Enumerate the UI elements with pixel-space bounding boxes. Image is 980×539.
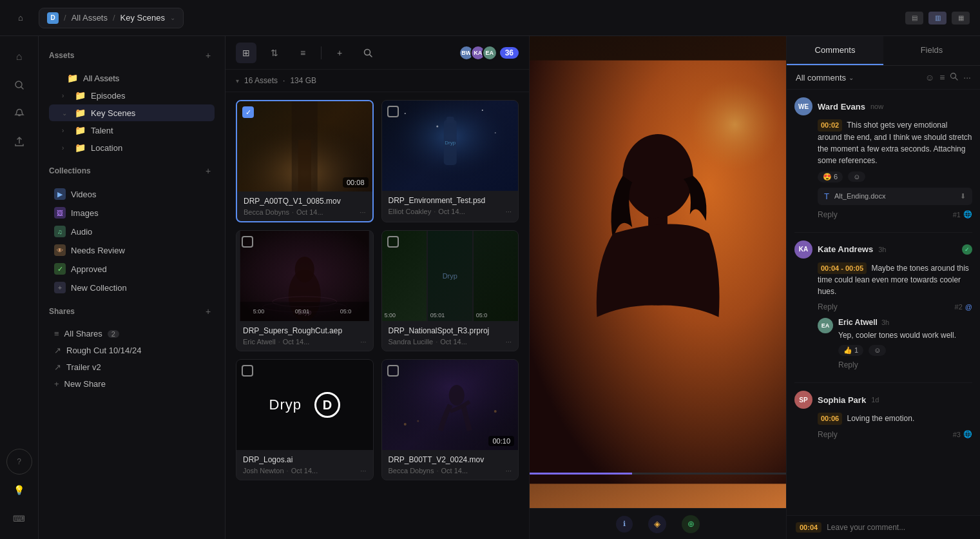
layout-btn-3[interactable]: ▦ xyxy=(952,12,970,24)
collection-needs-review[interactable]: 👁 Needs Review xyxy=(49,241,215,259)
new-share-btn[interactable]: + New Share xyxy=(49,376,215,392)
asset-checkbox[interactable] xyxy=(387,365,399,377)
tab-comments[interactable]: Comments xyxy=(787,36,883,65)
comments-filter-label: All comments xyxy=(796,73,846,83)
tree-item-episodes[interactable]: › 📁 Episodes xyxy=(49,87,215,104)
comment-timestamp-range[interactable]: 00:04 - 00:05 xyxy=(818,262,867,275)
tree-item-all-assets[interactable]: 📁 All Assets xyxy=(49,70,215,86)
sidebar-bulb-btn[interactable]: 💡 xyxy=(6,477,32,503)
comment-author: Kate Andrews xyxy=(818,244,873,254)
layout-btn-2[interactable]: ▥ xyxy=(928,12,946,24)
more-action-btn[interactable]: ··· xyxy=(963,72,971,83)
layout-btn-1[interactable]: ▤ xyxy=(905,12,923,24)
asset-checkbox[interactable] xyxy=(242,365,253,377)
asset-more-btn[interactable]: ··· xyxy=(506,467,512,475)
asset-author: Eric Atwell xyxy=(243,338,276,346)
asset-checkbox[interactable] xyxy=(387,236,399,248)
asset-card[interactable]: 00:10 DRP_B00TT_V2_0024.mov Becca Dobyns… xyxy=(381,359,519,480)
tab-fields[interactable]: Fields xyxy=(883,36,980,65)
asset-more-btn[interactable]: ··· xyxy=(360,208,365,216)
sidebar-help-btn[interactable]: ? xyxy=(6,449,32,475)
download-icon[interactable]: ⬇ xyxy=(960,192,966,201)
attachment-filename: Alt_Ending.docx xyxy=(834,192,886,200)
shares-add-btn[interactable]: + xyxy=(202,305,215,318)
collection-label: Needs Review xyxy=(71,246,209,255)
tree-item-talent[interactable]: › 📁 Talent xyxy=(49,122,215,139)
asset-author: Becca Dobyns xyxy=(244,208,289,216)
asset-card[interactable]: Dryp DRP_Environment_Test.psd Elliot Coa… xyxy=(381,100,519,222)
asset-more-btn[interactable]: ··· xyxy=(360,467,366,475)
preview-info-btn[interactable]: ℹ xyxy=(616,516,633,533)
collection-images[interactable]: 🖼 Images xyxy=(49,204,215,222)
asset-card[interactable]: 5:00 05:01 05:0 Dryp DR xyxy=(381,230,519,351)
asset-more-btn[interactable]: ··· xyxy=(360,338,366,346)
all-shares-item[interactable]: ≡ All Shares 2 xyxy=(49,326,215,342)
asset-card[interactable]: Dryp D DRP_Logos.ai Josh Newton · Oct 14… xyxy=(236,359,374,480)
tree-item-location[interactable]: › 📁 Location xyxy=(49,139,215,156)
asset-checkbox[interactable] xyxy=(242,236,253,248)
sidebar-search-btn[interactable] xyxy=(6,72,32,98)
chevron-icon: › xyxy=(62,92,70,99)
breadcrumb-all-assets[interactable]: All Assets xyxy=(72,13,108,23)
tree-item-key-scenes[interactable]: ⌄ 📁 Key Scenes xyxy=(49,104,215,121)
icon-sidebar: ⌂ ? 💡 ⌨ xyxy=(0,36,39,539)
sidebar-keyboard-btn[interactable]: ⌨ xyxy=(6,505,32,531)
sub-add-reaction-btn[interactable]: ☺ xyxy=(869,345,886,356)
chevron-icon: › xyxy=(62,127,70,134)
collections-add-btn[interactable]: + xyxy=(202,164,215,177)
home-icon[interactable]: ⌂ xyxy=(10,8,31,28)
asset-size: 134 GB xyxy=(290,76,316,85)
trailer-v2-share-item[interactable]: ↗ Trailer v2 xyxy=(49,359,215,375)
collection-audio[interactable]: ♫ Audio xyxy=(49,222,215,240)
search-action-btn[interactable] xyxy=(950,72,958,83)
asset-sub: Elliot Coakley · Oct 14... ··· xyxy=(389,208,512,215)
asset-card[interactable]: Dryp 5:00 05:01 05:0 DRP_Supers_RoughCut… xyxy=(236,230,374,351)
comment-timestamp[interactable]: 00:02 xyxy=(818,119,842,132)
assets-add-btn[interactable]: + xyxy=(202,49,215,62)
collection-videos[interactable]: ▶ Videos xyxy=(49,185,215,203)
reaction-btn[interactable]: 😍 6 xyxy=(818,172,843,182)
reply-btn[interactable]: Reply xyxy=(818,302,838,311)
emoji-action-btn[interactable]: ☺ xyxy=(925,72,934,83)
comment-attachment[interactable]: T Alt_Ending.docx ⬇ xyxy=(818,188,972,205)
preview-image xyxy=(530,36,786,508)
reply-btn[interactable]: Reply xyxy=(818,210,838,219)
comment-timestamp[interactable]: 00:06 xyxy=(818,413,842,425)
sidebar-home-btn[interactable]: ⌂ xyxy=(6,44,32,70)
search-assets-btn[interactable] xyxy=(358,43,378,63)
rough-cut-share-item[interactable]: ↗ Rough Cut 10/14/24 xyxy=(49,342,215,358)
sub-reply-btn[interactable]: Reply xyxy=(838,360,858,369)
comment-input-field[interactable] xyxy=(827,523,971,532)
comments-filter-dropdown[interactable]: All comments ⌄ xyxy=(796,73,854,83)
members-count-badge[interactable]: 36 xyxy=(500,47,519,59)
asset-info-bar: ▾ 16 Assets · 134 GB xyxy=(226,70,529,92)
new-collection-icon: + xyxy=(54,282,66,293)
add-asset-btn[interactable]: + xyxy=(329,43,350,63)
sort-btn[interactable]: ⇅ xyxy=(264,43,285,63)
approved-collection-icon: ✓ xyxy=(54,263,66,275)
asset-more-btn[interactable]: ··· xyxy=(506,208,512,215)
svg-line-1 xyxy=(21,87,23,90)
new-collection-btn[interactable]: + New Collection xyxy=(49,279,215,297)
grid-view-btn[interactable]: ⊞ xyxy=(236,43,256,63)
list-action-btn[interactable]: ≡ xyxy=(939,72,945,83)
collection-approved[interactable]: ✓ Approved xyxy=(49,260,215,278)
sub-reaction-btn[interactable]: 👍 1 xyxy=(838,345,863,356)
verified-icon: ✓ xyxy=(962,244,972,255)
svg-point-31 xyxy=(690,80,780,170)
reply-btn[interactable]: Reply xyxy=(818,430,838,439)
comment-body: 00:06 Loving the emotion. xyxy=(818,413,972,425)
svg-text:Dryp: Dryp xyxy=(445,140,456,146)
asset-more-btn[interactable]: ··· xyxy=(506,338,512,346)
sidebar-notifications-btn[interactable] xyxy=(6,101,32,126)
preview-add-btn[interactable]: ⊕ xyxy=(682,515,700,533)
new-share-label: New Share xyxy=(64,379,106,389)
collections-section-header: Collections + xyxy=(49,162,215,180)
add-reaction-btn[interactable]: ☺ xyxy=(848,172,865,182)
filter-btn[interactable]: ≡ xyxy=(293,43,313,63)
breadcrumb-key-scenes[interactable]: Key Scenes xyxy=(120,13,165,23)
comment-body: 00:04 - 00:05 Maybe the tones around thi… xyxy=(818,262,972,298)
sidebar-upload-btn[interactable] xyxy=(6,129,32,155)
preview-keyframe-btn[interactable]: ◈ xyxy=(648,515,666,533)
asset-card[interactable]: ✓ 00:08 xyxy=(236,100,374,222)
